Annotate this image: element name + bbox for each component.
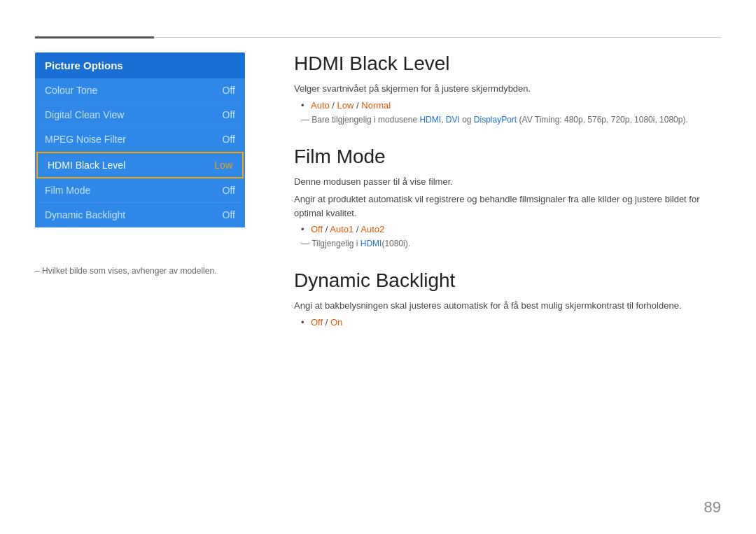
sidebar: Picture Options Colour ToneOffDigital Cl… [35,52,245,227]
page-number: 89 [704,498,721,517]
top-bar [35,36,721,38]
section-desc-film-mode-1: Angir at produktet automatisk vil regist… [294,192,721,220]
sidebar-menu-item-0[interactable]: Colour ToneOff [35,78,245,103]
sidebar-menu: Colour ToneOffDigital Clean ViewOffMPEG … [35,78,245,227]
sidebar-menu-item-3[interactable]: HDMI Black LevelLow [36,152,244,178]
bullet-item-film-mode-0: Off / Auto1 / Auto2 [301,224,721,234]
sidebar-menu-item-2[interactable]: MPEG Noise FilterOff [35,127,245,152]
bullet-item-dynamic-backlight-0: Off / On [301,317,721,328]
section-title-dynamic-backlight: Dynamic Backlight [294,269,721,292]
section-desc-hdmi-black-level-0: Velger svartnivået på skjermen for å jus… [294,82,721,96]
bullet-list-dynamic-backlight: Off / On [294,317,721,328]
menu-item-label: Colour Tone [45,85,97,96]
section-dynamic-backlight: Dynamic BacklightAngi at bakbelysningen … [294,269,721,328]
section-title-hdmi-black-level: HDMI Black Level [294,52,721,75]
top-bar-left [35,36,154,38]
menu-item-label: Film Mode [45,185,90,196]
section-hdmi-black-level: HDMI Black LevelVelger svartnivået på sk… [294,52,721,125]
note-film-mode-0: Tilgjengelig i HDMI(1080i). [294,239,721,248]
menu-item-label: Digital Clean View [45,109,124,120]
top-bar-right [154,37,721,38]
menu-item-value: Off [223,185,235,196]
menu-item-value: Off [223,85,235,96]
section-title-film-mode: Film Mode [294,146,721,168]
menu-item-label: Dynamic Backlight [45,209,125,220]
menu-item-value: Low [214,160,232,171]
note-hdmi-black-level-0: Bare tilgjengelig i modusene HDMI, DVI o… [294,115,721,125]
bullet-list-hdmi-black-level: Auto / Low / Normal [294,100,721,111]
sidebar-header: Picture Options [35,52,245,78]
sidebar-menu-item-4[interactable]: Film ModeOff [35,178,245,203]
menu-item-value: Off [223,209,235,220]
bullet-item-hdmi-black-level-0: Auto / Low / Normal [301,100,721,111]
menu-item-label: HDMI Black Level [48,160,125,171]
menu-item-value: Off [223,134,235,145]
footnote: – Hvilket bilde som vises, avhenger av m… [35,266,216,276]
section-desc-dynamic-backlight-0: Angi at bakbelysningen skal justeres aut… [294,299,721,313]
menu-item-value: Off [223,109,235,120]
bullet-list-film-mode: Off / Auto1 / Auto2 [294,224,721,234]
menu-item-label: MPEG Noise Filter [45,134,126,145]
section-desc-film-mode-0: Denne modusen passer til å vise filmer. [294,175,721,189]
sidebar-menu-item-5[interactable]: Dynamic BacklightOff [35,203,245,227]
section-film-mode: Film ModeDenne modusen passer til å vise… [294,146,721,249]
sidebar-menu-item-1[interactable]: Digital Clean ViewOff [35,103,245,127]
main-content: HDMI Black LevelVelger svartnivået på sk… [294,52,721,349]
